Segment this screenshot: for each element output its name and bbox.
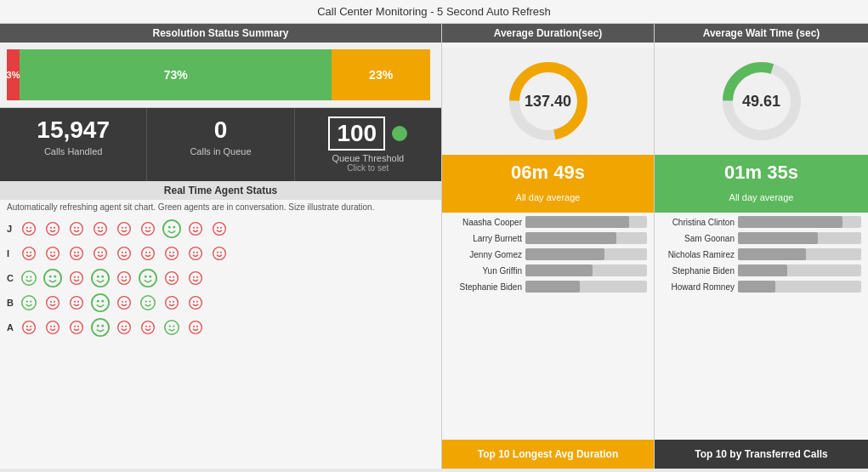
- agent-icon: [114, 268, 134, 288]
- agent-bar-fill: [525, 248, 604, 260]
- svg-point-95: [149, 300, 150, 302]
- svg-point-79: [26, 300, 28, 302]
- agent-name: Stephanie Biden: [661, 266, 738, 276]
- resolution-section-title: Resolution Status Summary: [0, 24, 441, 43]
- svg-point-19: [168, 226, 171, 229]
- right-panel: Average Wait Time (sec) 49.61 01m 35s Al…: [655, 24, 868, 469]
- agent-icon: [209, 219, 230, 239]
- svg-point-22: [193, 227, 195, 229]
- agent-icon: [90, 219, 111, 239]
- svg-point-119: [149, 326, 150, 327]
- svg-point-104: [30, 326, 31, 327]
- svg-point-21: [190, 223, 202, 236]
- svg-point-93: [141, 296, 156, 310]
- queue-threshold-value: 100: [328, 117, 385, 151]
- calls-handled-box: 15,947 Calls Handled: [0, 108, 147, 181]
- svg-point-71: [149, 276, 151, 278]
- svg-point-83: [54, 301, 55, 303]
- svg-point-32: [54, 252, 55, 253]
- agent-icon: [66, 243, 87, 264]
- svg-point-39: [118, 247, 131, 260]
- svg-point-62: [77, 276, 79, 278]
- agent-row-label: J: [7, 224, 19, 234]
- svg-point-105: [47, 321, 60, 334]
- top10-longest-duration-button[interactable]: Top 10 Longest Avg Duration: [442, 440, 654, 469]
- avg-wait-value: 49.61: [742, 93, 780, 111]
- svg-point-107: [54, 326, 55, 327]
- avg-duration-donut-section: 137.40: [442, 48, 654, 155]
- svg-point-23: [196, 227, 198, 229]
- queue-threshold-box[interactable]: 100 Queue Threshold Click to set: [295, 108, 441, 181]
- agent-bar-background: [738, 232, 861, 244]
- svg-point-2: [30, 227, 31, 229]
- agent-name: Stephanie Biden: [449, 282, 525, 292]
- agent-icon: [162, 317, 182, 338]
- list-item: Naasha Cooper: [449, 216, 647, 228]
- svg-point-91: [122, 301, 123, 303]
- agent-icon: [185, 268, 206, 288]
- svg-point-20: [173, 226, 175, 229]
- agent-bar-fill: [738, 232, 818, 244]
- agent-bar-background: [738, 264, 861, 276]
- svg-point-92: [125, 301, 127, 303]
- avg-wait-all-day-label: All day average: [729, 192, 794, 202]
- top10-transferred-calls-button[interactable]: Top 10 by Transferred Calls: [655, 440, 868, 469]
- svg-point-61: [74, 276, 76, 278]
- list-item: Howard Romney: [661, 281, 861, 293]
- svg-point-74: [173, 276, 174, 278]
- svg-point-116: [125, 326, 127, 327]
- svg-point-27: [23, 247, 36, 260]
- agent-bar-background: [525, 216, 647, 228]
- agent-icon: [185, 317, 206, 338]
- agent-icon: [138, 293, 158, 313]
- agent-row: A: [7, 316, 434, 338]
- svg-point-103: [26, 326, 28, 327]
- agent-icon: [19, 219, 39, 239]
- svg-point-37: [98, 252, 99, 253]
- svg-point-112: [97, 325, 99, 327]
- agent-icon: [43, 219, 63, 239]
- calls-handled-label: Calls Handled: [4, 146, 142, 156]
- svg-point-45: [166, 247, 179, 260]
- svg-point-48: [190, 247, 202, 260]
- svg-point-84: [71, 297, 83, 310]
- agent-icon: [114, 243, 134, 264]
- agent-icon: [19, 243, 39, 264]
- svg-point-35: [77, 252, 79, 253]
- svg-point-72: [166, 272, 179, 285]
- agent-icons: [19, 268, 206, 288]
- agent-icon: [43, 317, 63, 338]
- calls-handled-value: 15,947: [4, 117, 142, 144]
- svg-point-5: [54, 227, 55, 229]
- avg-duration-all-day-label: All day average: [516, 192, 581, 202]
- svg-point-30: [47, 247, 60, 260]
- agent-bar-background: [525, 281, 647, 293]
- agent-status-title: Real Time Agent Status: [0, 181, 441, 200]
- agent-icon: [66, 317, 87, 338]
- calls-in-queue-box: 0 Calls in Queue: [147, 108, 294, 181]
- agent-icon: [185, 293, 206, 313]
- agent-icon: [185, 219, 206, 239]
- svg-point-26: [220, 227, 222, 229]
- svg-point-68: [125, 276, 127, 278]
- agent-row: I: [7, 242, 434, 264]
- agent-name: Yun Griffin: [449, 266, 525, 276]
- svg-point-53: [220, 252, 222, 253]
- queue-threshold-sublabel: Click to set: [299, 163, 437, 173]
- agent-name: Jenny Gomez: [449, 250, 525, 259]
- svg-point-64: [97, 276, 99, 278]
- svg-point-110: [77, 326, 79, 327]
- svg-point-29: [30, 252, 31, 253]
- agent-row-label: I: [7, 248, 19, 259]
- svg-point-50: [196, 252, 198, 253]
- list-item: Larry Burnett: [449, 232, 647, 244]
- agent-name: Larry Burnett: [449, 234, 525, 243]
- svg-point-108: [71, 321, 83, 334]
- agent-icon: [66, 219, 87, 239]
- svg-point-10: [98, 227, 99, 229]
- agent-row: B: [7, 292, 434, 314]
- agent-bar-fill: [738, 216, 842, 228]
- avg-wait-donut-wrapper: 49.61: [715, 54, 808, 148]
- agent-icon: [43, 268, 63, 288]
- svg-point-114: [118, 321, 131, 334]
